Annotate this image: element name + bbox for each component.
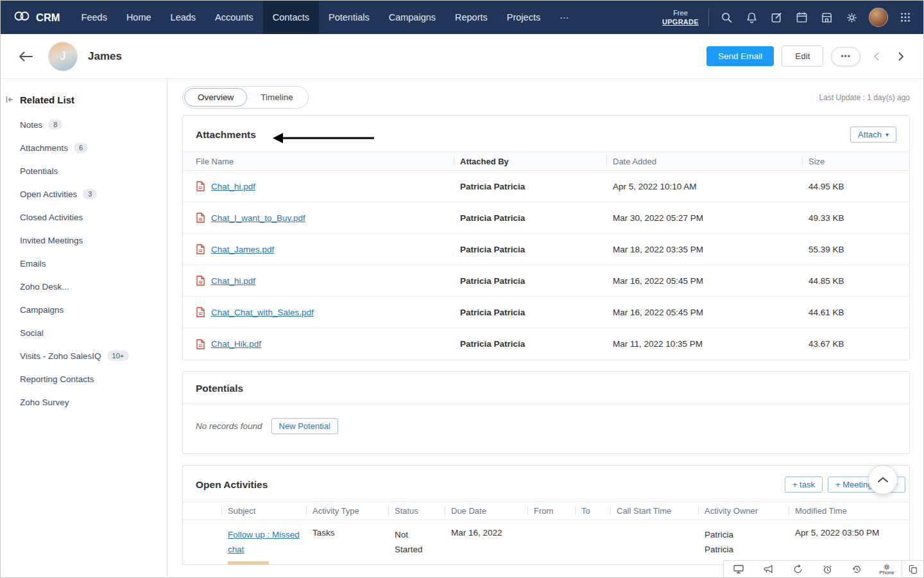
attachment-file-link[interactable]: Chat_I_want_to_Buy.pdf — [211, 213, 305, 223]
nav-item-leads[interactable]: Leads — [161, 1, 206, 34]
column-header-from: From — [527, 502, 575, 520]
compose-icon[interactable] — [769, 10, 784, 25]
attachment-file-link[interactable]: Chat_James.pdf — [211, 245, 274, 254]
spacer-column — [183, 502, 221, 520]
sidebar-item-emails[interactable]: Emails — [1, 252, 167, 275]
nav-item-projects[interactable]: Projects — [497, 1, 550, 34]
file-size: 44.61 KB — [802, 308, 886, 317]
nav-item-home[interactable]: Home — [117, 1, 161, 34]
sidebar-item-social[interactable]: Social — [1, 321, 167, 344]
activity-status: Not Started — [395, 528, 433, 557]
attached-by: Patricia Patricia — [454, 182, 606, 191]
add-task-button[interactable]: + task — [785, 477, 823, 493]
nav-item-accounts[interactable]: Accounts — [205, 1, 263, 34]
send-email-button[interactable]: Send Email — [706, 46, 774, 66]
announcement-megaphone-icon[interactable] — [753, 561, 783, 577]
sidebar-item-closed-activities[interactable]: Closed Activities — [1, 206, 167, 229]
back-arrow-icon[interactable] — [16, 47, 35, 66]
sidebar-item-open-activities[interactable]: Open Activities 3 — [1, 182, 167, 206]
settings-gear-icon[interactable] — [844, 10, 859, 25]
nav-item-contacts[interactable]: Contacts — [263, 1, 319, 34]
attachments-header: Attachments Attach ▾ — [183, 116, 909, 152]
nav-item-reports[interactable]: Reports — [445, 1, 497, 34]
main-menu: Feeds Home Leads Accounts Contacts Poten… — [72, 1, 579, 34]
sidebar-item-campaigns[interactable]: Campaigns — [1, 298, 167, 321]
marketplace-store-icon[interactable] — [819, 10, 834, 25]
upgrade-link[interactable]: Free UPGRADE — [662, 8, 699, 27]
nav-item-campaigns[interactable]: Campaigns — [379, 1, 445, 34]
nav-item-potentials[interactable]: Potentials — [319, 1, 379, 34]
new-potential-button[interactable]: New Potential — [271, 418, 338, 434]
tab-overview[interactable]: Overview — [184, 88, 247, 107]
column-header-call-start-time: Call Start Time — [610, 502, 698, 520]
user-avatar[interactable] — [869, 8, 888, 27]
attachment-file-link[interactable]: Chat_Chat_with_Sales.pdf — [211, 308, 314, 317]
attachment-row: Chat_Chat_with_Sales.pdf Patricia Patric… — [183, 297, 909, 328]
apps-grid-icon[interactable] — [898, 10, 913, 25]
search-icon[interactable] — [719, 10, 734, 25]
sidebar-item-notes[interactable]: Notes 8 — [1, 113, 167, 136]
navbar-right: Free UPGRADE — [662, 1, 923, 34]
column-header-status: Status — [388, 502, 445, 520]
screen-share-icon[interactable] — [724, 561, 753, 577]
attachment-file-link[interactable]: Chat_hi.pdf — [211, 276, 255, 286]
attachment-file-link[interactable]: Chat_Hik.pdf — [211, 339, 261, 349]
column-header-due-date: Due Date — [445, 502, 527, 520]
body: Related List Notes 8 Attachments 6 Poten… — [1, 79, 923, 578]
potentials-section: Potentials No records found New Potentia… — [182, 371, 910, 454]
sidebar-item-potentials[interactable]: Potentials — [1, 159, 167, 182]
collapse-sidebar-icon[interactable] — [6, 94, 13, 106]
column-header-subject: Subject — [221, 502, 306, 520]
phone-label: Phone — [879, 570, 894, 575]
edit-button[interactable]: Edit — [782, 46, 823, 67]
sidebar-item-reporting-contacts[interactable]: Reporting Contacts — [1, 367, 167, 390]
file-size: 44.95 KB — [802, 182, 886, 191]
sidebar-item-zoho-desk[interactable]: Zoho Desk... — [1, 275, 167, 298]
history-clock-icon[interactable] — [843, 561, 872, 577]
sidebar-item-invited-meetings[interactable]: Invited Meetings — [1, 229, 167, 252]
brand-label: CRM — [36, 12, 60, 24]
open-activities-header: Open Activities + task + Meeting + — [183, 466, 909, 502]
clipped-next-line — [228, 561, 269, 565]
notifications-bell-icon[interactable] — [744, 10, 759, 25]
redo-arrow-icon[interactable] — [783, 561, 812, 577]
nav-item-feeds[interactable]: Feeds — [72, 1, 117, 34]
no-records-text: No records found — [196, 421, 262, 431]
attachment-file-link[interactable]: Chat_hi.pdf — [211, 182, 255, 191]
more-actions-button[interactable]: ••• — [831, 47, 860, 66]
date-added: Mar 30, 2022 05:27 PM — [606, 213, 802, 223]
view-tabs: Overview Timeline — [182, 86, 309, 109]
column-header-file-name: File Name — [183, 152, 454, 170]
brand[interactable]: CRM — [1, 1, 72, 34]
file-size: 55.39 KB — [802, 245, 886, 254]
next-record-chevron-icon[interactable] — [893, 48, 909, 65]
attachment-row: Chat_hi.pdf Patricia Patricia Mar 16, 20… — [183, 265, 909, 297]
calendar-icon[interactable] — [794, 10, 809, 25]
potentials-body: No records found New Potential — [183, 404, 909, 453]
tab-timeline[interactable]: Timeline — [247, 88, 307, 107]
crm-page: CRM Feeds Home Leads Accounts Contacts P… — [0, 0, 924, 578]
pdf-icon — [196, 339, 205, 349]
open-activities-table-header: Subject Activity Type Status Due Date Fr… — [183, 502, 909, 520]
open-activities-title: Open Activities — [196, 479, 268, 491]
copy-icon[interactable] — [902, 561, 923, 577]
activity-subject-link[interactable]: Follow up : Missed chat — [228, 528, 300, 557]
alarm-clock-icon[interactable] — [813, 561, 843, 577]
activity-modified-time: Apr 5, 2022 03:50 PM — [789, 528, 886, 538]
sidebar-item-label: Attachments — [20, 143, 68, 153]
sidebar-item-visits-salesiq[interactable]: Visits - Zoho SalesIQ 10+ — [1, 344, 167, 367]
sidebar-item-label: Notes — [20, 120, 42, 130]
date-added: Mar 11, 2022 10:35 PM — [606, 339, 802, 349]
sidebar-item-label: Social — [20, 328, 44, 338]
sidebar-item-zoho-survey[interactable]: Zoho Survey — [1, 390, 167, 414]
contact-name: James — [88, 50, 122, 63]
previous-record-chevron-icon[interactable] — [868, 48, 885, 65]
attach-button[interactable]: Attach ▾ — [850, 127, 896, 143]
scroll-to-top-button[interactable] — [868, 465, 898, 495]
sidebar-item-attachments[interactable]: Attachments 6 — [1, 136, 167, 159]
phone-settings-icon[interactable]: Phone — [872, 561, 902, 577]
contact-avatar[interactable]: J — [48, 42, 78, 71]
nav-item-overflow[interactable]: ··· — [550, 1, 579, 34]
file-size: 43.67 KB — [802, 339, 886, 349]
zoho-logo-icon — [13, 10, 30, 24]
